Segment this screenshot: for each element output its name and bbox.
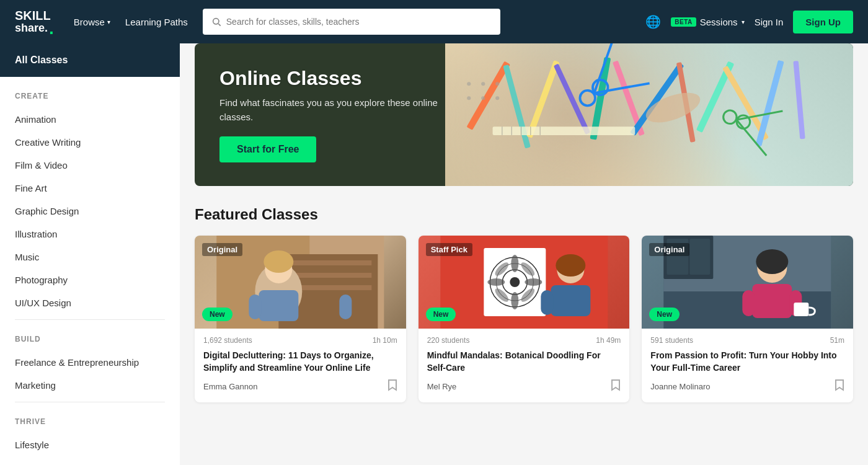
svg-point-52 [510, 277, 520, 287]
card-meta-3: 591 students 51m [650, 336, 844, 345]
hero-title: Online Classes [219, 67, 466, 90]
main-layout: All Classes CREATE Animation Creative Wr… [0, 43, 868, 465]
search-icon [211, 17, 221, 27]
bookmark-icon-3[interactable] [835, 379, 844, 394]
sessions-chevron-icon: ▾ [742, 19, 745, 25]
svg-rect-4 [526, 60, 559, 138]
svg-rect-76 [794, 303, 809, 316]
card-author-2: Mel Rye [427, 382, 457, 391]
svg-rect-3 [503, 64, 531, 148]
logo-dot: . [49, 24, 54, 34]
sidebar-section-build: BUILD Freelance & Entrepreneurship Marke… [0, 320, 180, 402]
sidebar-item-graphic-design[interactable]: Graphic Design [15, 200, 165, 223]
hero-banner: Online Classes Find what fascinates you … [195, 43, 853, 186]
svg-rect-44 [259, 290, 298, 321]
svg-rect-74 [743, 290, 755, 316]
card-body-1: 1,692 students 1h 10m Digital Declutteri… [195, 329, 406, 402]
card-thumbnail-3: Original New [642, 236, 853, 329]
sessions-button[interactable]: Sessions ▾ [700, 17, 745, 27]
card-new-tag-2: New [426, 308, 456, 321]
card-body-3: 591 students 51m From Passion to Profit:… [642, 329, 853, 402]
class-card-3[interactable]: Original New 591 students 51m From Passi… [642, 236, 853, 402]
sidebar-item-ui-ux-design[interactable]: UI/UX Design [15, 291, 165, 314]
sidebar-item-animation[interactable]: Animation [15, 108, 165, 131]
card-students-3: 591 students [650, 336, 693, 345]
sessions-group[interactable]: BETA Sessions ▾ [671, 17, 744, 27]
sidebar: All Classes CREATE Animation Creative Wr… [0, 43, 180, 465]
card-new-tag-3: New [649, 308, 680, 321]
card-meta-1: 1,692 students 1h 10m [203, 336, 397, 345]
svg-point-43 [264, 250, 293, 273]
bookmark-icon-2[interactable] [611, 379, 621, 394]
sessions-label: Sessions [700, 17, 738, 27]
svg-rect-73 [753, 284, 792, 318]
learning-paths-label: Learning Paths [125, 17, 188, 27]
svg-line-1 [218, 24, 220, 25]
sidebar-section-thrive: THRIVE Lifestyle [0, 402, 180, 461]
sidebar-section-title-thrive: THRIVE [15, 417, 165, 426]
svg-point-53 [511, 255, 518, 272]
sidebar-item-photography[interactable]: Photography [15, 268, 165, 291]
svg-point-30 [495, 82, 499, 86]
card-title-1: Digital Decluttering: 11 Days to Organiz… [203, 350, 397, 374]
bookmark-icon-1[interactable] [388, 379, 397, 394]
svg-rect-12 [755, 60, 784, 146]
class-card-2[interactable]: Staff Pick New 220 students 1h 49m Mindf… [418, 236, 630, 402]
all-classes-button[interactable]: All Classes [0, 43, 180, 77]
class-card-1[interactable]: Original New 1,692 students 1h 10m Digit… [195, 236, 406, 402]
browse-chevron-icon: ▾ [107, 19, 110, 25]
globe-icon[interactable]: 🌐 [645, 14, 661, 29]
search-input[interactable] [226, 17, 492, 27]
svg-point-33 [495, 96, 499, 100]
sign-up-button[interactable]: Sign Up [793, 11, 853, 33]
sidebar-item-freelance[interactable]: Freelance & Entrepreneurship [15, 351, 165, 374]
card-meta-2: 220 students 1h 49m [427, 336, 621, 345]
sidebar-item-illustration[interactable]: Illustration [15, 223, 165, 246]
sidebar-item-creative-writing[interactable]: Creative Writing [15, 131, 165, 154]
hero-craft-svg [445, 43, 853, 186]
svg-point-34 [642, 87, 703, 128]
sidebar-item-fine-art[interactable]: Fine Art [15, 177, 165, 200]
search-bar[interactable] [203, 9, 500, 35]
sidebar-item-lifestyle[interactable]: Lifestyle [15, 433, 165, 456]
svg-rect-13 [793, 61, 805, 140]
sidebar-item-film-video[interactable]: Film & Video [15, 154, 165, 177]
svg-rect-70 [690, 239, 711, 275]
svg-rect-5 [553, 64, 590, 135]
card-duration-2: 1h 49m [596, 336, 621, 345]
sidebar-section-create: CREATE Animation Creative Writing Film &… [0, 77, 180, 319]
card-footer-2: Mel Rye [427, 379, 621, 394]
card-duration-3: 51m [830, 336, 844, 345]
card-badge-1: Original [202, 243, 242, 256]
logo-skill: SKILL [15, 9, 54, 22]
beta-badge: BETA [671, 17, 696, 27]
card-thumbnail-2: Staff Pick New [418, 236, 630, 329]
featured-title: Featured Classes [195, 206, 853, 223]
card-title-2: Mindful Mandalas: Botanical Doodling For… [427, 350, 621, 374]
card-thumbnail-1: Original New [195, 236, 406, 329]
svg-point-0 [213, 19, 218, 24]
svg-rect-38 [285, 260, 371, 265]
svg-point-56 [525, 278, 542, 286]
svg-rect-46 [339, 294, 352, 319]
browse-nav[interactable]: Browse ▾ [74, 17, 110, 27]
start-free-button[interactable]: Start for Free [219, 136, 316, 162]
card-badge-3: Original [649, 243, 689, 256]
card-students-1: 1,692 students [203, 336, 252, 345]
header-right: 🌐 BETA Sessions ▾ Sign In Sign Up [645, 11, 853, 33]
sidebar-section-title-create: CREATE [15, 92, 165, 100]
sidebar-item-music[interactable]: Music [15, 246, 165, 268]
card-author-3: Joanne Molinaro [650, 382, 710, 391]
svg-point-55 [487, 278, 505, 286]
logo-share: share.. [15, 22, 54, 35]
content-area: Online Classes Find what fascinates you … [180, 43, 868, 465]
logo[interactable]: SKILL share.. [15, 9, 54, 35]
svg-rect-45 [249, 294, 261, 319]
sign-in-button[interactable]: Sign In [755, 17, 784, 27]
svg-point-54 [511, 292, 518, 309]
svg-point-72 [756, 249, 789, 274]
learning-paths-nav[interactable]: Learning Paths [125, 17, 188, 27]
svg-point-62 [556, 254, 585, 277]
card-students-2: 220 students [427, 336, 470, 345]
sidebar-item-marketing[interactable]: Marketing [15, 374, 165, 397]
